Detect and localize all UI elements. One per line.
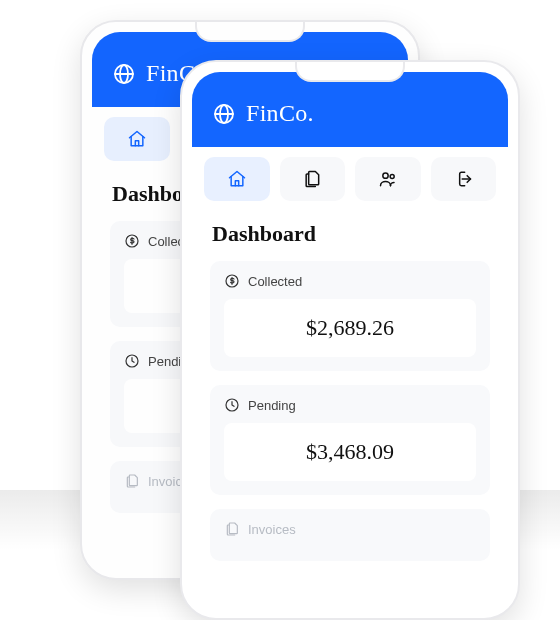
logout-icon [453,169,473,189]
card-invoices: Invoices [210,509,490,561]
nav-logout[interactable] [431,157,497,201]
nav-documents[interactable] [280,157,346,201]
dollar-circle-icon [124,233,140,249]
invoice-icon [124,473,140,489]
globe-icon [112,62,136,86]
nav-home[interactable] [104,117,170,161]
card-pending: Pending $3,468.09 [210,385,490,495]
phone-notch [195,22,305,42]
home-icon [227,169,247,189]
card-invoices-label: Invoices [248,522,296,537]
card-collected-value: $2,689.26 [224,299,476,357]
card-pending-head: Pending [224,397,476,413]
phone-mockup-front: FinCo. [180,60,520,620]
card-pending-value: $3,468.09 [224,423,476,481]
users-icon [378,169,398,189]
dollar-circle-icon [224,273,240,289]
nav-home[interactable] [204,157,270,201]
card-collected: Collected $2,689.26 [210,261,490,371]
card-pending-label: Pending [248,398,296,413]
invoice-icon [224,521,240,537]
nav-users[interactable] [355,157,421,201]
svg-point-11 [383,173,388,178]
page-title: Dashboard [212,221,490,247]
clock-icon [224,397,240,413]
documents-icon [302,169,322,189]
screen: FinCo. [192,72,508,608]
content: Dashboard Collected $2,689.26 Pending [192,211,508,608]
nav-bar [192,147,508,211]
clock-icon [124,353,140,369]
home-icon [127,129,147,149]
app-header: FinCo. [192,72,508,147]
brand-name: FinCo. [246,100,314,127]
card-collected-label: Collected [248,274,302,289]
card-invoices-head: Invoices [224,521,476,537]
globe-icon [212,102,236,126]
card-collected-head: Collected [224,273,476,289]
svg-point-12 [390,175,394,179]
phone-notch [295,62,405,82]
